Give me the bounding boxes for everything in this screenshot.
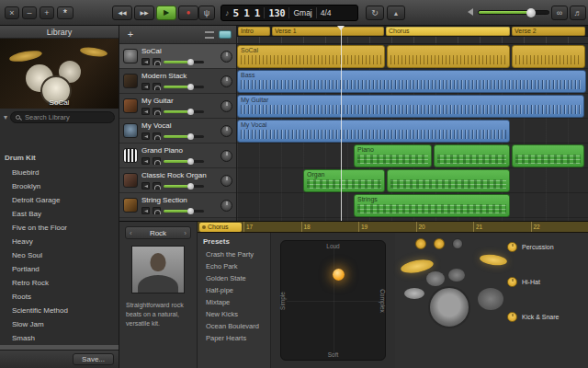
solo-button[interactable] [153, 83, 161, 90]
cycle-icon[interactable] [366, 6, 384, 20]
region-audio[interactable]: My Guitar [237, 95, 584, 118]
rewind-button[interactable] [112, 6, 132, 20]
mute-button[interactable] [141, 83, 150, 90]
track-volume-slider[interactable] [164, 185, 204, 188]
zoom-control[interactable] [219, 30, 232, 39]
shaker-icon[interactable] [434, 238, 445, 249]
mute-button[interactable] [141, 182, 150, 190]
next-genre-icon[interactable] [184, 227, 187, 239]
track-row[interactable]: SoCal [119, 44, 236, 69]
lcd-beat[interactable]: 1 [243, 7, 250, 19]
snare-drum[interactable] [404, 288, 424, 299]
search-input[interactable] [23, 112, 109, 122]
pan-knob[interactable] [220, 51, 232, 63]
library-item[interactable]: Bluebird [0, 166, 119, 179]
drummer-photo[interactable] [131, 246, 185, 293]
library-item[interactable]: Slow Jam [0, 317, 119, 331]
lcd-position[interactable]: 5 1 1 [233, 7, 261, 19]
close-button[interactable] [5, 6, 19, 19]
timeline-ruler[interactable] [237, 37, 588, 44]
preset-item[interactable]: Half-pipe [198, 284, 270, 296]
volume-knob[interactable] [187, 84, 194, 90]
library-item[interactable]: Smash [0, 331, 119, 345]
tom-drum[interactable] [426, 271, 445, 286]
region-audio[interactable]: My Vocal [237, 120, 510, 143]
floor-tom[interactable] [478, 288, 503, 310]
volume-knob[interactable] [187, 208, 194, 214]
tuner-icon[interactable] [198, 6, 215, 20]
region-drummer[interactable]: SoCal [237, 45, 385, 68]
xy-puck[interactable] [333, 269, 345, 281]
library-item[interactable]: Heavy [0, 235, 119, 248]
lcd-time-signature[interactable]: 4/4 [321, 8, 332, 17]
preset-item[interactable]: Crash the Party [198, 248, 270, 260]
lcd-division[interactable]: 1 [254, 7, 261, 19]
handclap-icon[interactable] [452, 238, 463, 249]
percussion-knob[interactable] [507, 242, 517, 252]
track-row[interactable]: My Guitar [119, 94, 236, 119]
volume-knob[interactable] [187, 183, 194, 190]
editor-ruler[interactable]: Chorus 17 18 19 20 21 22 [198, 222, 588, 233]
track-row[interactable]: Classic Rock Organ [119, 168, 236, 193]
forward-button[interactable] [134, 6, 154, 20]
library-item[interactable]: Five on the Floor [0, 221, 119, 235]
track-volume-slider[interactable] [164, 160, 204, 163]
mute-button[interactable] [141, 108, 150, 115]
metronome-icon[interactable] [387, 6, 405, 20]
region-midi[interactable]: Strings [354, 194, 510, 217]
region-audio[interactable]: Bass [237, 70, 586, 93]
solo-button[interactable] [153, 58, 161, 65]
lcd-display[interactable]: 5 1 1 130 Gmaj 4/4 [220, 5, 358, 21]
preset-item[interactable]: Ocean Boulevard [198, 320, 270, 332]
region-chip[interactable]: Chorus [199, 223, 242, 232]
save-button[interactable]: Save... [73, 353, 114, 365]
preset-item[interactable]: Paper Hearts [198, 332, 270, 344]
track-volume-slider[interactable] [164, 135, 204, 138]
mute-button[interactable] [141, 157, 150, 165]
chevron-down-icon[interactable] [4, 113, 7, 121]
minimize-button[interactable] [22, 6, 37, 19]
preset-item[interactable]: Golden State [198, 272, 270, 284]
mute-button[interactable] [141, 132, 150, 140]
ride-cymbal[interactable] [479, 253, 507, 267]
arrangement-marker[interactable]: Intro [238, 27, 270, 36]
loop-browser-icon[interactable] [551, 6, 568, 20]
pan-knob[interactable] [220, 125, 232, 137]
region-drummer[interactable] [387, 45, 510, 68]
tambourine-icon[interactable] [415, 238, 426, 249]
zoom-button[interactable] [40, 6, 54, 19]
media-browser-icon[interactable] [570, 6, 586, 20]
pan-knob[interactable] [220, 200, 232, 212]
genre-selector[interactable]: Rock [125, 226, 191, 239]
volume-knob[interactable] [526, 8, 536, 17]
lcd-tempo[interactable]: 130 [268, 8, 285, 18]
track-volume-slider[interactable] [164, 61, 204, 63]
library-item[interactable]: East Bay [0, 207, 119, 221]
library-item[interactable]: Detroit Garage [0, 193, 119, 207]
region-midi[interactable]: Piano [354, 144, 432, 167]
preset-item[interactable]: Echo Park [198, 260, 270, 272]
preset-item[interactable]: Mixtape [198, 296, 270, 308]
playhead[interactable] [341, 26, 342, 221]
kick-snare-knob[interactable] [507, 312, 517, 322]
solo-button[interactable] [153, 182, 161, 190]
pan-knob[interactable] [220, 100, 232, 112]
pan-knob[interactable] [220, 75, 232, 87]
arrangement-marker[interactable]: Verse 1 [272, 27, 384, 36]
kick-drum[interactable] [428, 286, 470, 328]
lcd-key[interactable]: Gmaj [293, 8, 311, 17]
library-section-header[interactable]: Drum Kit [0, 152, 119, 166]
hihat-knob[interactable] [507, 277, 517, 287]
solo-button[interactable] [153, 108, 161, 115]
track-volume-slider[interactable] [164, 86, 204, 88]
arrangement-marker-selected[interactable]: Chorus [386, 27, 510, 36]
region-midi[interactable]: Organ [303, 169, 385, 192]
pan-knob[interactable] [220, 150, 232, 162]
library-item[interactable]: Portland [0, 262, 119, 276]
smart-controls-icon[interactable] [57, 6, 74, 19]
mute-button[interactable] [141, 58, 150, 65]
library-search[interactable] [10, 111, 115, 123]
track-volume-slider[interactable] [164, 210, 204, 213]
record-button[interactable] [178, 6, 198, 20]
track-height-icon[interactable] [205, 31, 214, 39]
